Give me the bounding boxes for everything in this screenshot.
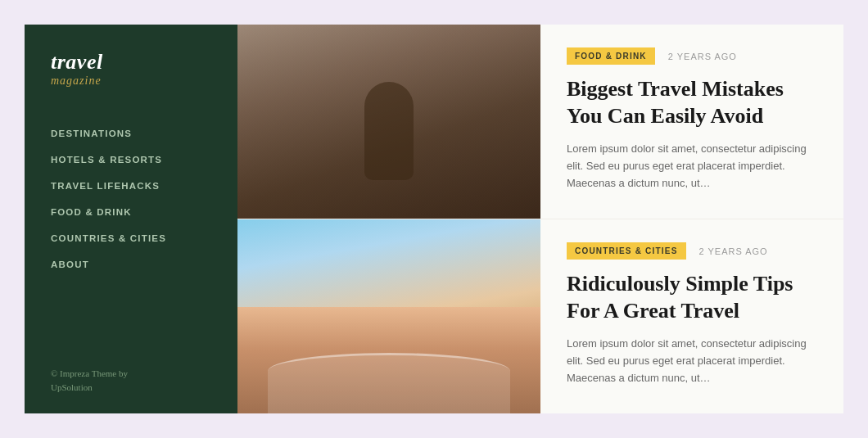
time-ago-1: 2 YEARS AGO	[668, 52, 737, 61]
article-excerpt-2: Lorem ipsum dolor sit amet, consectetur …	[567, 336, 817, 386]
category-badge-1[interactable]: FOOD & DRINK	[567, 47, 655, 65]
article-excerpt-1: Lorem ipsum dolor sit amet, consectetur …	[567, 141, 817, 192]
alley-image	[237, 25, 540, 219]
nav-item-countries[interactable]: COUNTRIES & CITIES	[51, 225, 211, 251]
nav-item-food[interactable]: FOOD & DRINK	[51, 199, 211, 225]
nav-item-hotels[interactable]: HOTELS & RESORTS	[51, 147, 211, 173]
article-image-2	[237, 219, 540, 413]
nav-item-lifehacks[interactable]: TRAVEL LIFEHACKS	[51, 173, 211, 199]
sidebar: travel magazine DESTINATIONS HOTELS & RE…	[25, 25, 237, 413]
article-row-1: FOOD & DRINK 2 YEARS AGO Biggest Travel …	[237, 25, 843, 219]
app-container: travel magazine DESTINATIONS HOTELS & RE…	[25, 25, 843, 413]
article-meta-1: FOOD & DRINK 2 YEARS AGO	[567, 47, 817, 65]
main-content: FOOD & DRINK 2 YEARS AGO Biggest Travel …	[237, 25, 843, 413]
article-title-2[interactable]: Ridiculously Simple Tips For A Great Tra…	[567, 271, 817, 324]
article-title-1[interactable]: Biggest Travel Mistakes You Can Easily A…	[567, 76, 817, 129]
nav-item-about[interactable]: ABOUT	[51, 251, 211, 278]
logo-magazine[interactable]: magazine	[51, 75, 211, 88]
nav-item-destinations[interactable]: DESTINATIONS	[51, 120, 211, 147]
venice-image	[237, 219, 540, 413]
time-ago-2: 2 YEARS AGO	[699, 246, 768, 256]
footer-credit: © Impreza Theme byUpSolution	[25, 367, 237, 394]
logo-travel[interactable]: travel	[51, 51, 211, 75]
article-text-2: COUNTRIES & CITIES 2 YEARS AGO Ridiculou…	[540, 219, 843, 413]
nav-menu: DESTINATIONS HOTELS & RESORTS TRAVEL LIF…	[25, 120, 237, 367]
logo-area: travel magazine	[25, 51, 237, 120]
article-meta-2: COUNTRIES & CITIES 2 YEARS AGO	[567, 242, 817, 260]
category-badge-2[interactable]: COUNTRIES & CITIES	[567, 242, 686, 260]
article-image-1	[237, 25, 540, 219]
article-row-2: COUNTRIES & CITIES 2 YEARS AGO Ridiculou…	[237, 219, 843, 413]
article-text-1: FOOD & DRINK 2 YEARS AGO Biggest Travel …	[540, 25, 843, 219]
